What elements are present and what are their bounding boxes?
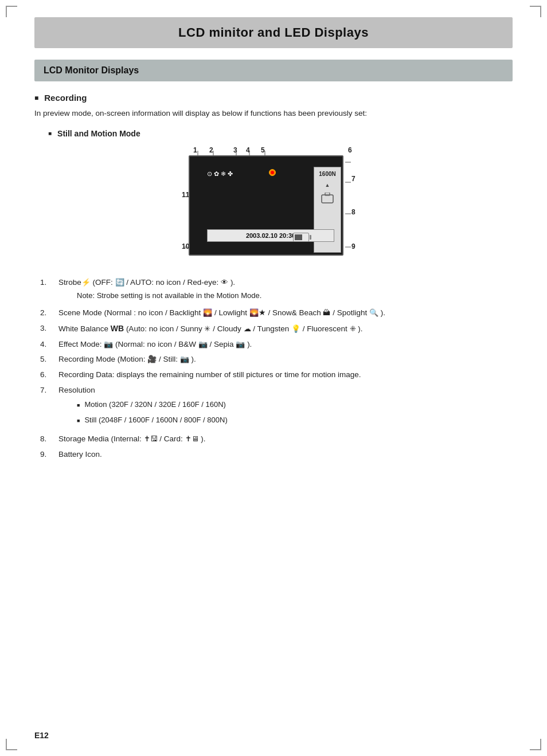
lcd-orange-inner bbox=[271, 171, 274, 174]
list-item-4: 4. Effect Mode: 📷 (Normal: no icon / B&W… bbox=[40, 339, 513, 351]
corner-mark-bl bbox=[6, 739, 17, 750]
lcd-screen: ⊙✿❄✤ 1600N ▲ 2003.02.10 20:30 bbox=[189, 155, 343, 256]
lcd-battery-fill bbox=[295, 234, 302, 240]
still-motion-heading: Still and Motion Mode bbox=[48, 129, 513, 138]
diag-num-3: 3 bbox=[233, 146, 237, 154]
diag-num-1: 1 bbox=[193, 146, 197, 154]
main-title-bar: LCD minitor and LED Displays bbox=[34, 17, 513, 48]
diag-num-5: 5 bbox=[261, 146, 265, 154]
resolution-still: Still (2048F / 1600F / 1600N / 800F / 80… bbox=[77, 414, 513, 426]
list-item-7: 7. Resolution Motion (320F / 320N / 320E… bbox=[40, 385, 513, 430]
lcd-date-bar: 2003.02.10 20:30 bbox=[207, 229, 334, 242]
main-title: LCD minitor and LED Displays bbox=[46, 25, 501, 40]
diag-num-2: 2 bbox=[209, 146, 213, 154]
recording-body: In preview mode, on-screen information w… bbox=[34, 107, 513, 120]
diag-num-4: 4 bbox=[246, 146, 250, 154]
diag-num-9: 9 bbox=[351, 242, 355, 250]
list-item-1-note: Note: Strobe setting is not available in… bbox=[77, 290, 513, 301]
resolution-sub-list: Motion (320F / 320N / 320E / 160F / 160N… bbox=[77, 399, 513, 426]
lcd-right-icon bbox=[321, 193, 334, 204]
section-title-bar: LCD Monitor Displays bbox=[34, 60, 513, 81]
page-number: E12 bbox=[34, 731, 49, 740]
camera-diagram-wrapper: 1 2 3 4 5 6 7 8 9 10 11 ⊙✿❄✤ 1600N ▲ bbox=[34, 145, 513, 265]
diag-num-6: 6 bbox=[348, 146, 352, 154]
section-title: LCD Monitor Displays bbox=[44, 65, 503, 76]
corner-mark-tl bbox=[6, 6, 17, 17]
diag-num-7: 7 bbox=[351, 175, 355, 183]
list-item-5: 5. Recording Mode (Motion: 🎥 / Still: 📷 … bbox=[40, 354, 513, 366]
corner-mark-br bbox=[530, 739, 541, 750]
list-item-9: 9. Battery Icon. bbox=[40, 449, 513, 461]
list-item-1: 1. Strobe⚡ (OFF: 🔄 / AUTO: no icon / Red… bbox=[40, 277, 513, 304]
list-item-3: 3. White Balance WB (Auto: no icon / Sun… bbox=[40, 323, 513, 335]
numbered-list: 1. Strobe⚡ (OFF: 🔄 / AUTO: no icon / Red… bbox=[40, 277, 513, 461]
diag-num-8: 8 bbox=[351, 208, 355, 216]
list-item-8: 8. Storage Media (Internal: ✝🖫 / Card: ✝… bbox=[40, 433, 513, 445]
resolution-motion: Motion (320F / 320N / 320E / 160F / 160N… bbox=[77, 399, 513, 411]
lcd-top-icons: ⊙✿❄✤ bbox=[207, 170, 233, 178]
svg-rect-0 bbox=[322, 195, 333, 203]
camera-diagram: 1 2 3 4 5 6 7 8 9 10 11 ⊙✿❄✤ 1600N ▲ bbox=[176, 145, 371, 265]
corner-mark-tr bbox=[530, 6, 541, 17]
recording-heading: Recording bbox=[34, 93, 513, 103]
list-item-2: 2. Scene Mode (Normal : no icon / Backli… bbox=[40, 307, 513, 319]
lcd-battery bbox=[293, 233, 309, 242]
lcd-resolution: 1600N bbox=[319, 171, 335, 178]
list-item-6: 6. Recording Data: displays the remainin… bbox=[40, 369, 513, 381]
